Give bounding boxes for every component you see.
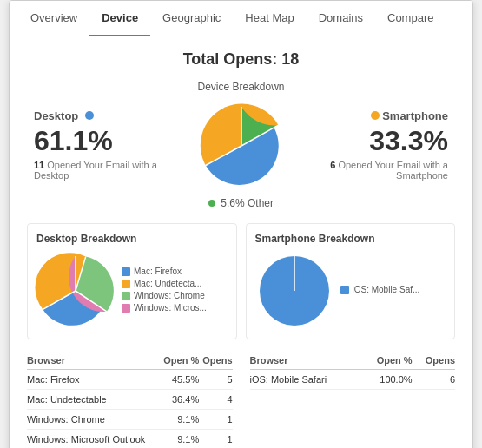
smartphone-breakdown-title: Smartphone Breakdown [255, 233, 446, 245]
total-opens-label: Total Opens: 18 [27, 50, 455, 69]
smartphone-breakdown-inner: iOS: Mobile Saf... [255, 252, 446, 330]
desktop-label: Desktop [34, 109, 165, 122]
table-row: Windows: Chrome9.1%1 [27, 410, 233, 430]
smartphone-sub: 6 Opened Your Email with a Smartphone [318, 160, 449, 181]
desktop-breakdown-title: Desktop Breakdown [36, 233, 228, 245]
cell-opens: 6 [413, 370, 455, 390]
table-row: Mac: Firefox45.5%5 [27, 370, 233, 390]
device-breakdown-title: Device Breakdown [197, 81, 284, 93]
other-label: 5.6% Other [208, 197, 274, 209]
smartphone-dot [371, 111, 380, 120]
smartphone-breakdown-box: Smartphone Breakdown iOS: Mobile Saf... [246, 223, 456, 339]
cell-open-pct: 36.4% [159, 390, 199, 410]
other-dot [208, 200, 215, 207]
breakdown-section: Desktop Breakdown [27, 223, 455, 339]
legend-color [340, 286, 349, 294]
desktop-breakdown-box: Desktop Breakdown [27, 223, 237, 339]
table-row: Windows: Microsoft Outlook9.1%1 [27, 430, 233, 449]
cell-open-pct: 100.0% [360, 370, 412, 390]
cell-opens: 1 [199, 410, 232, 430]
cell-browser: Mac: Firefox [27, 370, 159, 390]
legend-color [122, 280, 130, 288]
cell-browser: iOS: Mobile Safari [250, 370, 361, 390]
col-opens: Opens [199, 352, 232, 370]
nav-bar: Overview Device Geographic Heat Map Doma… [10, 1, 472, 36]
nav-domains[interactable]: Domains [307, 1, 375, 36]
legend-color [122, 292, 130, 300]
desktop-breakdown-inner: Mac: Firefox Mac: Undetecta... Windows: … [36, 252, 228, 330]
cell-browser: Mac: Undetectable [27, 390, 159, 410]
legend-item: Mac: Undetecta... [122, 279, 207, 288]
cell-opens: 5 [199, 370, 232, 390]
legend-item: Windows: Micros... [122, 303, 207, 313]
legend-color [122, 304, 130, 313]
smartphone-label: Smartphone [318, 109, 449, 122]
table-row: iOS: Mobile Safari100.0%6 [250, 370, 456, 390]
col-open-pct: Open % [159, 352, 199, 370]
device-breakdown-chart: Device Breakdown [172, 81, 311, 209]
desktop-sub: 11 Opened Your Email with a Desktop [34, 160, 165, 181]
nav-device[interactable]: Device [89, 1, 150, 36]
smartphone-percent: 33.3% [318, 126, 449, 156]
smartphone-stat: Smartphone 33.3% 6 Opened Your Email wit… [311, 109, 456, 180]
smartphone-legend: iOS: Mobile Saf... [340, 285, 420, 297]
legend-color [122, 267, 130, 276]
desktop-dot [85, 111, 94, 120]
desktop-stat: Desktop 61.1% 11 Opened Your Email with … [27, 109, 172, 180]
col-browser: Browser [27, 352, 159, 370]
tables-section: Browser Open % Opens Mac: Firefox45.5%5M… [27, 352, 455, 448]
cell-opens: 1 [199, 430, 232, 449]
col-opens: Opens [413, 352, 455, 370]
cell-open-pct: 45.5% [159, 370, 199, 390]
desktop-legend: Mac: Firefox Mac: Undetecta... Windows: … [122, 267, 207, 315]
cell-browser: Windows: Chrome [27, 410, 159, 430]
nav-geographic[interactable]: Geographic [150, 1, 233, 36]
cell-browser: Windows: Microsoft Outlook [27, 430, 159, 449]
col-browser: Browser [250, 352, 361, 370]
cell-open-pct: 9.1% [159, 410, 199, 430]
main-content: Total Opens: 18 Desktop 61.1% 11 Opened … [10, 36, 472, 448]
nav-overview[interactable]: Overview [18, 1, 89, 36]
desktop-table: Browser Open % Opens Mac: Firefox45.5%5M… [27, 352, 233, 448]
desktop-percent: 61.1% [34, 126, 165, 156]
cell-open-pct: 9.1% [159, 430, 199, 449]
smartphone-table: Browser Open % Opens iOS: Mobile Safari1… [250, 352, 456, 448]
legend-item: Windows: Chrome [122, 291, 207, 300]
legend-item: iOS: Mobile Saf... [340, 285, 420, 294]
cell-opens: 4 [199, 390, 232, 410]
nav-heatmap[interactable]: Heat Map [233, 1, 306, 36]
legend-item: Mac: Firefox [122, 267, 207, 276]
app-window: Overview Device Geographic Heat Map Doma… [9, 0, 473, 448]
col-open-pct: Open % [360, 352, 412, 370]
top-section: Desktop 61.1% 11 Opened Your Email with … [27, 81, 455, 209]
nav-compare[interactable]: Compare [375, 1, 446, 36]
table-row: Mac: Undetectable36.4%4 [27, 390, 233, 410]
